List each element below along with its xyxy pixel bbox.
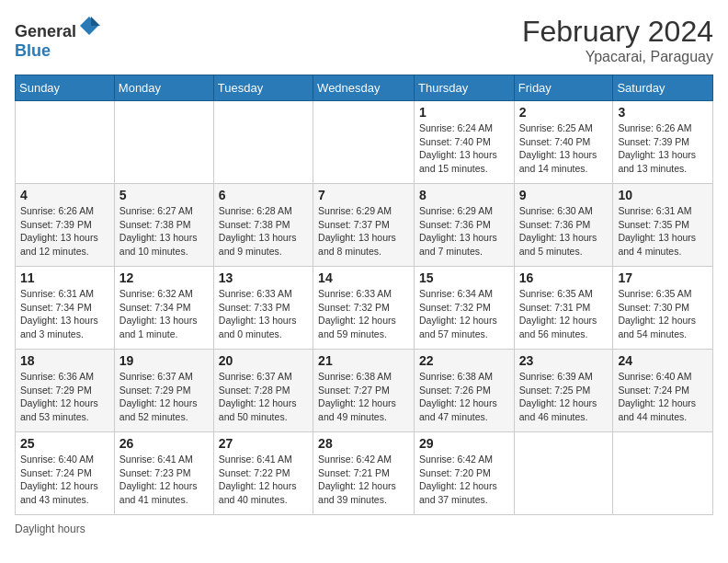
day-info: Sunrise: 6:29 AM Sunset: 7:36 PM Dayligh… <box>419 204 509 259</box>
table-row: 10Sunrise: 6:31 AM Sunset: 7:35 PM Dayli… <box>613 184 713 267</box>
table-row: 17Sunrise: 6:35 AM Sunset: 7:30 PM Dayli… <box>613 267 713 350</box>
logo-general: General <box>15 22 76 40</box>
table-row: 13Sunrise: 6:33 AM Sunset: 7:33 PM Dayli… <box>213 267 313 350</box>
location-title: Ypacarai, Paraguay <box>522 49 713 65</box>
day-number: 28 <box>318 436 409 451</box>
logo-blue: Blue <box>15 41 51 60</box>
day-info: Sunrise: 6:26 AM Sunset: 7:39 PM Dayligh… <box>618 121 708 176</box>
day-info: Sunrise: 6:35 AM Sunset: 7:30 PM Dayligh… <box>618 287 708 341</box>
table-row: 6Sunrise: 6:28 AM Sunset: 7:38 PM Daylig… <box>213 184 313 267</box>
header-tuesday: Tuesday <box>213 75 313 101</box>
header-monday: Monday <box>114 75 213 101</box>
day-number: 26 <box>119 436 209 451</box>
day-number: 3 <box>618 105 708 120</box>
table-row <box>213 101 313 184</box>
title-block: February 2024 Ypacarai, Paraguay <box>522 15 713 65</box>
table-row: 1Sunrise: 6:24 AM Sunset: 7:40 PM Daylig… <box>415 101 515 184</box>
table-row: 2Sunrise: 6:25 AM Sunset: 7:40 PM Daylig… <box>514 101 613 184</box>
day-info: Sunrise: 6:33 AM Sunset: 7:32 PM Dayligh… <box>318 287 409 341</box>
day-number: 18 <box>20 353 109 368</box>
day-number: 12 <box>119 270 209 285</box>
day-info: Sunrise: 6:34 AM Sunset: 7:32 PM Dayligh… <box>419 287 509 341</box>
table-row: 25Sunrise: 6:40 AM Sunset: 7:24 PM Dayli… <box>16 432 115 515</box>
header-saturday: Saturday <box>613 75 713 101</box>
day-info: Sunrise: 6:40 AM Sunset: 7:24 PM Dayligh… <box>618 370 708 424</box>
day-number: 15 <box>419 270 509 285</box>
day-info: Sunrise: 6:28 AM Sunset: 7:38 PM Dayligh… <box>219 204 308 259</box>
calendar-header-row: Sunday Monday Tuesday Wednesday Thursday… <box>16 75 713 101</box>
day-number: 11 <box>20 270 109 285</box>
day-info: Sunrise: 6:33 AM Sunset: 7:33 PM Dayligh… <box>219 287 308 341</box>
day-number: 9 <box>519 188 609 202</box>
table-row <box>114 101 213 184</box>
calendar-week-row: 1Sunrise: 6:24 AM Sunset: 7:40 PM Daylig… <box>16 101 713 184</box>
table-row: 16Sunrise: 6:35 AM Sunset: 7:31 PM Dayli… <box>514 267 613 350</box>
day-number: 21 <box>318 353 409 368</box>
table-row: 23Sunrise: 6:39 AM Sunset: 7:25 PM Dayli… <box>514 350 613 432</box>
table-row: 7Sunrise: 6:29 AM Sunset: 7:37 PM Daylig… <box>313 184 415 267</box>
day-info: Sunrise: 6:36 AM Sunset: 7:29 PM Dayligh… <box>20 370 109 424</box>
table-row: 12Sunrise: 6:32 AM Sunset: 7:34 PM Dayli… <box>114 267 213 350</box>
day-number: 6 <box>219 188 308 202</box>
day-info: Sunrise: 6:39 AM Sunset: 7:25 PM Dayligh… <box>519 370 609 424</box>
calendar-week-row: 11Sunrise: 6:31 AM Sunset: 7:34 PM Dayli… <box>16 267 713 350</box>
table-row: 24Sunrise: 6:40 AM Sunset: 7:24 PM Dayli… <box>613 350 713 432</box>
day-number: 8 <box>419 188 509 202</box>
table-row: 8Sunrise: 6:29 AM Sunset: 7:36 PM Daylig… <box>415 184 515 267</box>
day-number: 29 <box>419 436 509 451</box>
day-info: Sunrise: 6:41 AM Sunset: 7:23 PM Dayligh… <box>119 453 209 507</box>
table-row: 29Sunrise: 6:42 AM Sunset: 7:20 PM Dayli… <box>415 432 515 515</box>
table-row: 3Sunrise: 6:26 AM Sunset: 7:39 PM Daylig… <box>613 101 713 184</box>
table-row: 28Sunrise: 6:42 AM Sunset: 7:21 PM Dayli… <box>313 432 415 515</box>
day-info: Sunrise: 6:26 AM Sunset: 7:39 PM Dayligh… <box>20 204 109 259</box>
table-row: 14Sunrise: 6:33 AM Sunset: 7:32 PM Dayli… <box>313 267 415 350</box>
day-info: Sunrise: 6:42 AM Sunset: 7:21 PM Dayligh… <box>318 453 409 507</box>
day-info: Sunrise: 6:30 AM Sunset: 7:36 PM Dayligh… <box>519 204 609 259</box>
table-row: 11Sunrise: 6:31 AM Sunset: 7:34 PM Dayli… <box>16 267 115 350</box>
footer: Daylight hours <box>15 523 713 535</box>
table-row: 5Sunrise: 6:27 AM Sunset: 7:38 PM Daylig… <box>114 184 213 267</box>
day-number: 10 <box>618 188 708 202</box>
table-row: 19Sunrise: 6:37 AM Sunset: 7:29 PM Dayli… <box>114 350 213 432</box>
day-number: 20 <box>219 353 308 368</box>
header-sunday: Sunday <box>16 75 115 101</box>
day-number: 16 <box>519 270 609 285</box>
day-info: Sunrise: 6:38 AM Sunset: 7:26 PM Dayligh… <box>419 370 509 424</box>
day-number: 5 <box>119 188 209 202</box>
day-info: Sunrise: 6:40 AM Sunset: 7:24 PM Dayligh… <box>20 453 109 507</box>
table-row: 27Sunrise: 6:41 AM Sunset: 7:22 PM Dayli… <box>213 432 313 515</box>
header-thursday: Thursday <box>415 75 515 101</box>
day-number: 24 <box>618 353 708 368</box>
daylight-label: Daylight hours <box>15 523 85 535</box>
table-row <box>613 432 713 515</box>
day-info: Sunrise: 6:38 AM Sunset: 7:27 PM Dayligh… <box>318 370 409 424</box>
header-wednesday: Wednesday <box>313 75 415 101</box>
table-row <box>514 432 613 515</box>
table-row: 18Sunrise: 6:36 AM Sunset: 7:29 PM Dayli… <box>16 350 115 432</box>
day-number: 14 <box>318 270 409 285</box>
table-row <box>313 101 415 184</box>
logo-text: General Blue <box>15 15 100 61</box>
day-info: Sunrise: 6:31 AM Sunset: 7:35 PM Dayligh… <box>618 204 708 259</box>
table-row: 22Sunrise: 6:38 AM Sunset: 7:26 PM Dayli… <box>415 350 515 432</box>
calendar-week-row: 18Sunrise: 6:36 AM Sunset: 7:29 PM Dayli… <box>16 350 713 432</box>
page-header: General Blue February 2024 Ypacarai, Par… <box>15 15 713 65</box>
day-info: Sunrise: 6:41 AM Sunset: 7:22 PM Dayligh… <box>219 453 308 507</box>
day-number: 4 <box>20 188 109 202</box>
day-number: 23 <box>519 353 609 368</box>
day-number: 2 <box>519 105 609 120</box>
day-info: Sunrise: 6:35 AM Sunset: 7:31 PM Dayligh… <box>519 287 609 341</box>
logo: General Blue <box>15 15 100 61</box>
day-info: Sunrise: 6:37 AM Sunset: 7:29 PM Dayligh… <box>119 370 209 424</box>
day-number: 19 <box>119 353 209 368</box>
day-number: 22 <box>419 353 509 368</box>
calendar-week-row: 25Sunrise: 6:40 AM Sunset: 7:24 PM Dayli… <box>16 432 713 515</box>
table-row: 26Sunrise: 6:41 AM Sunset: 7:23 PM Dayli… <box>114 432 213 515</box>
day-info: Sunrise: 6:37 AM Sunset: 7:28 PM Dayligh… <box>219 370 308 424</box>
calendar-table: Sunday Monday Tuesday Wednesday Thursday… <box>15 75 713 515</box>
month-title: February 2024 <box>522 15 713 49</box>
table-row: 9Sunrise: 6:30 AM Sunset: 7:36 PM Daylig… <box>514 184 613 267</box>
day-info: Sunrise: 6:27 AM Sunset: 7:38 PM Dayligh… <box>119 204 209 259</box>
header-friday: Friday <box>514 75 613 101</box>
table-row: 20Sunrise: 6:37 AM Sunset: 7:28 PM Dayli… <box>213 350 313 432</box>
